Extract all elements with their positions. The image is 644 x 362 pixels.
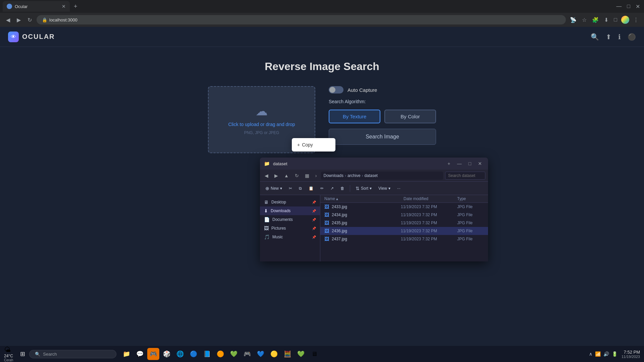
taskbar-search-box[interactable]: 🔍 Search — [29, 350, 116, 358]
fe-sidebar-item-downloads[interactable]: ⬇ Downloads 📌 — [260, 206, 320, 215]
header-upload-icon[interactable]: ⬆ — [606, 33, 611, 41]
fe-copy-button[interactable]: ⧉ — [296, 185, 305, 192]
fe-sidebar-item-music[interactable]: 🎵 Music 📌 — [260, 233, 320, 241]
nav-forward-button[interactable]: ▶ — [15, 15, 23, 24]
taskbar-app-terminal[interactable]: 🖥 — [308, 348, 320, 360]
header-info-icon[interactable]: ℹ — [618, 33, 621, 41]
table-row[interactable]: 🖼 2436.jpg 11/19/2023 7:32 PM JPG File — [320, 227, 488, 235]
url-bar[interactable]: 🔒 localhost:3000 — [37, 15, 566, 24]
fe-paste-button[interactable]: 📋 — [306, 185, 316, 192]
col-type[interactable]: Type — [457, 196, 484, 201]
taskbar-date: 11/19/2023 — [622, 355, 640, 359]
fe-more-button[interactable]: ··· — [394, 185, 403, 192]
taskbar-wifi-icon[interactable]: 📶 — [595, 351, 601, 357]
taskbar-app-calc[interactable]: 🧮 — [281, 348, 293, 360]
by-texture-button[interactable]: By Texture — [329, 110, 380, 123]
chrome-menu-icon[interactable]: ⋮ — [632, 15, 640, 24]
nav-reload-button[interactable]: ↻ — [25, 15, 34, 24]
tab-close-button[interactable]: ✕ — [62, 4, 66, 9]
fe-crumb-dataset[interactable]: dataset — [365, 173, 378, 178]
taskbar-app-file-explorer[interactable]: 📁 — [120, 348, 132, 360]
nav-back-button[interactable]: ◀ — [4, 15, 12, 24]
fe-sidebar-music-label: Music — [272, 235, 283, 239]
file-name: 2434.jpg — [332, 213, 398, 217]
fe-music-pin: 📌 — [312, 235, 316, 239]
taskbar-volume-icon[interactable]: 🔊 — [603, 351, 609, 357]
fe-music-icon: 🎵 — [264, 234, 270, 240]
fe-crumb-archive[interactable]: archive — [347, 173, 361, 178]
search-image-button[interactable]: Search Image — [329, 129, 436, 145]
file-type: JPG File — [457, 237, 484, 241]
fe-sidebar-item-desktop[interactable]: 🖥 Desktop 📌 — [260, 198, 320, 206]
fe-up-button[interactable]: ▲ — [282, 172, 291, 180]
taskbar-app-blender[interactable]: 🎮 — [147, 348, 159, 360]
context-menu: + Copy — [292, 138, 335, 152]
fe-new-button[interactable]: ⊕ New ▾ — [263, 184, 285, 192]
fe-delete-button[interactable]: 🗑 — [338, 185, 347, 192]
taskbar-app-unity[interactable]: 🎲 — [161, 348, 173, 360]
fe-sidebar-item-pictures[interactable]: 🖼 Pictures 📌 — [260, 224, 320, 233]
taskbar-app-orange[interactable]: 🟠 — [214, 348, 226, 360]
taskbar-chevron-icon[interactable]: ∧ — [589, 351, 592, 357]
fe-list-header: Name ▴ Date modified Type — [320, 195, 488, 203]
fe-desktop-icon: 🖥 — [264, 199, 269, 205]
fe-view-button[interactable]: View ▾ — [376, 185, 393, 192]
copy-menu-item[interactable]: + Copy — [292, 138, 335, 152]
tab-favicon — [7, 4, 12, 9]
window-maximize-button[interactable]: □ — [626, 2, 632, 11]
fe-sidebar-item-documents[interactable]: 📄 Documents 📌 — [260, 215, 320, 224]
auto-capture-toggle[interactable] — [329, 86, 343, 94]
table-row[interactable]: 🖼 2433.jpg 11/19/2023 7:32 PM JPG File — [320, 203, 488, 211]
new-tab-button[interactable]: + — [71, 2, 80, 11]
cast-icon[interactable]: 📡 — [569, 15, 578, 24]
fe-refresh-button[interactable]: ↻ — [293, 172, 301, 180]
fe-view-toggle-button[interactable]: ▦ — [303, 172, 311, 180]
window-close-button[interactable]: ✕ — [634, 2, 641, 11]
extensions-icon[interactable]: 🧩 — [591, 15, 600, 24]
downloads-icon[interactable]: ⬇ — [603, 15, 610, 24]
fe-back-button[interactable]: ◀ — [263, 172, 270, 180]
taskbar-app-whatsapp[interactable]: 💚 — [295, 348, 307, 360]
fe-search-input[interactable] — [445, 172, 485, 180]
bookmark-icon[interactable]: ☆ — [581, 15, 588, 24]
fe-cut-button[interactable]: ✂ — [286, 185, 295, 192]
taskbar-app-onenote[interactable]: 📘 — [201, 348, 213, 360]
fe-new-tab-button[interactable]: + — [445, 160, 452, 167]
fe-share-button[interactable]: ↗ — [328, 185, 336, 192]
fe-maximize-button[interactable]: □ — [467, 160, 473, 167]
fe-cut-icon: ✂ — [289, 186, 292, 191]
taskbar-app-steam[interactable]: 🎮 — [241, 348, 253, 360]
window-minimize-button[interactable]: — — [615, 2, 623, 11]
fe-rename-button[interactable]: ✏ — [318, 185, 326, 192]
file-name: 2435.jpg — [332, 221, 398, 225]
taskbar-app-sticky[interactable]: 🟡 — [268, 348, 280, 360]
start-button[interactable]: ⊞ — [17, 349, 28, 359]
chrome-profile-avatar[interactable] — [621, 16, 629, 24]
browser-tab-active[interactable]: Ocular ✕ — [3, 1, 70, 12]
by-color-button[interactable]: By Color — [384, 110, 436, 123]
header-search-icon[interactable]: 🔍 — [591, 33, 599, 41]
taskbar-app-line[interactable]: 💚 — [228, 348, 240, 360]
taskbar-battery-icon[interactable]: 🔋 — [612, 351, 618, 357]
header-github-icon[interactable]: ⚫ — [628, 33, 636, 41]
taskbar-clock[interactable]: 7:52 PM 11/19/2023 — [622, 350, 640, 359]
chrome-title-bar: Ocular ✕ + — □ ✕ — [0, 0, 644, 13]
taskbar-app-edge[interactable]: 🌐 — [174, 348, 186, 360]
fe-sort-button[interactable]: ⇅ Sort ▾ — [353, 184, 374, 192]
taskbar-app-vscode[interactable]: 💙 — [255, 348, 267, 360]
col-name[interactable]: Name ▴ — [324, 196, 404, 201]
fe-window-title: dataset — [273, 161, 442, 166]
fe-forward-button[interactable]: ▶ — [272, 172, 280, 180]
fe-crumb-downloads[interactable]: Downloads — [324, 173, 343, 178]
profile-icon[interactable]: □ — [612, 15, 619, 24]
taskbar-app-chrome[interactable]: 🔵 — [187, 348, 200, 360]
table-row[interactable]: 🖼 2435.jpg 11/19/2023 7:32 PM JPG File — [320, 219, 488, 227]
taskbar-app-chat[interactable]: 💬 — [134, 348, 146, 360]
fe-close-button[interactable]: ✕ — [476, 160, 484, 167]
table-row[interactable]: 🖼 2437.jpg 11/19/2023 7:32 PM JPG File — [320, 235, 488, 243]
col-date[interactable]: Date modified — [404, 196, 457, 201]
header-icons: 🔍 ⬆ ℹ ⚫ — [591, 33, 636, 41]
fe-minimize-button[interactable]: — — [455, 160, 464, 167]
upload-click-text[interactable]: Click to upload — [228, 122, 259, 127]
table-row[interactable]: 🖼 2434.jpg 11/19/2023 7:32 PM JPG File — [320, 211, 488, 219]
